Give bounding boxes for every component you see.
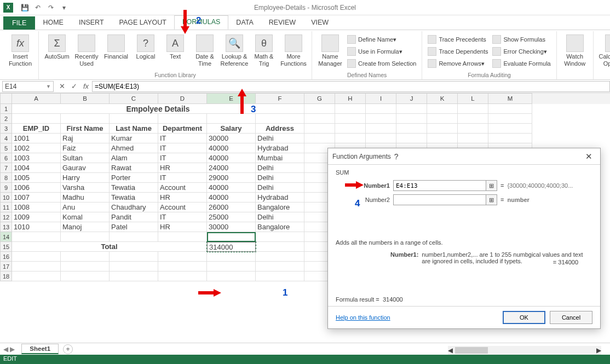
cell-C18[interactable] [110,271,158,281]
col-header-A[interactable]: A [12,93,61,104]
cell-F17[interactable] [256,262,304,271]
cell-D3[interactable]: Department [158,124,207,134]
formula-input[interactable] [92,81,610,92]
lookup-reference-button[interactable]: 🔍Lookup & Reference [220,33,249,72]
row-header-15[interactable]: 15 [0,242,12,252]
enter-formula-icon[interactable]: ✓ [68,82,80,90]
cell-E10[interactable]: 40000 [207,193,256,203]
cell-C6[interactable]: Alam [110,153,158,163]
cell-B11[interactable]: Anu [61,203,110,212]
autosum-button[interactable]: ΣAutoSum [42,33,72,72]
arg2-input[interactable] [393,194,486,205]
cell-D9[interactable]: Account [158,183,207,193]
cell-C10[interactable]: Tewatia [110,193,158,203]
qat-dropdown-icon[interactable]: ▾ [58,2,70,14]
cell-C12[interactable]: Pandit [110,212,158,222]
cell-E14[interactable] [207,232,256,242]
cell-M3[interactable] [488,124,532,134]
create-from-selection-button[interactable]: Create from Selection [345,57,418,70]
col-header-H[interactable]: H [335,93,366,104]
cell-G2[interactable] [304,114,335,124]
cell-H3[interactable] [335,124,366,134]
cell-E3[interactable]: Salary [207,124,256,134]
cell-A14[interactable] [12,232,61,242]
row-header-3[interactable]: 3 [0,124,12,134]
tab-formulas[interactable]: FORMULAS [174,15,228,30]
cell-F8[interactable]: Delhi [256,173,304,183]
cell-A16[interactable] [12,252,61,262]
close-icon[interactable]: ✕ [582,152,596,161]
row-header-7[interactable]: 7 [0,163,12,173]
row-header-16[interactable]: 16 [0,252,12,262]
cell-C2[interactable] [110,114,158,124]
cell-B9[interactable]: Varsha [61,183,110,193]
col-header-E[interactable]: E [207,93,256,104]
cell-I2[interactable] [366,114,396,124]
col-header-B[interactable]: B [61,93,110,104]
row-header-17[interactable]: 17 [0,262,12,271]
cell-D11[interactable]: Account [158,203,207,212]
cell-F16[interactable] [256,252,304,262]
cell-C9[interactable]: Tewatia [110,183,158,193]
cell-A1[interactable]: Empolyee Details [12,104,304,114]
cell-M2[interactable] [488,114,532,124]
cell-A12[interactable]: 1009 [12,212,61,222]
cell-B14[interactable] [61,232,110,242]
cell-C14[interactable] [110,232,158,242]
cell-J1[interactable] [396,104,427,114]
cell-B4[interactable]: Raj [61,134,110,143]
cell-F5[interactable]: Hydrabad [256,143,304,153]
cell-F14[interactable] [256,232,304,242]
col-header-M[interactable]: M [488,93,532,104]
cell-D14[interactable] [158,232,207,242]
fx-icon[interactable]: fx [80,82,92,90]
cell-B10[interactable]: Madhu [61,193,110,203]
cell-B8[interactable]: Harry [61,173,110,183]
cell-K1[interactable] [427,104,458,114]
col-header-C[interactable]: C [110,93,158,104]
row-header-8[interactable]: 8 [0,173,12,183]
tab-view[interactable]: VIEW [303,16,336,30]
cell-F12[interactable]: Delhi [256,212,304,222]
cell-D13[interactable]: HR [158,222,207,232]
cell-B12[interactable]: Komal [61,212,110,222]
namebox-dropdown-icon[interactable]: ▼ [46,84,51,89]
cell-J4[interactable] [396,134,427,143]
cell-F11[interactable]: Bangalore [256,203,304,212]
col-header-D[interactable]: D [158,93,207,104]
cell-B5[interactable]: Faiz [61,143,110,153]
watch-window-button[interactable]: Watch Window [560,33,590,72]
cell-M4[interactable] [488,134,532,143]
cell-K4[interactable] [427,134,458,143]
cell-C17[interactable] [110,262,158,271]
cell-L4[interactable] [458,134,488,143]
cell-D17[interactable] [158,262,207,271]
cell-F13[interactable]: Bangalore [256,222,304,232]
cell-B3[interactable]: First Name [61,124,110,134]
cell-A6[interactable]: 1003 [12,153,61,163]
dialog-title-bar[interactable]: Function Arguments ? ✕ [328,148,600,165]
cell-D16[interactable] [158,252,207,262]
more-functions-button[interactable]: More Functions [279,33,308,72]
col-header-L[interactable]: L [458,93,488,104]
row-header-14[interactable]: 14 [0,232,12,242]
text-button[interactable]: AText [160,33,190,72]
name-box[interactable]: E14▼ [2,81,54,92]
cell-A2[interactable] [12,114,61,124]
cell-I3[interactable] [366,124,396,134]
cell-B16[interactable] [61,252,110,262]
use-in-formula-button[interactable]: Use in Formula ▾ [345,45,418,57]
col-header-I[interactable]: I [366,93,396,104]
cell-C16[interactable] [110,252,158,262]
arg1-input[interactable] [393,180,486,191]
tab-review[interactable]: REVIEW [261,16,303,30]
cell-E12[interactable]: 25000 [207,212,256,222]
col-header-F[interactable]: F [256,93,304,104]
tab-insert[interactable]: INSERT [71,16,112,30]
cell-E16[interactable] [207,252,256,262]
row-header-2[interactable]: 2 [0,114,12,124]
row-header-18[interactable]: 18 [0,271,12,281]
save-icon[interactable]: 💾 [19,2,31,14]
row-header-12[interactable]: 12 [0,212,12,222]
financial-button[interactable]: Financial [101,33,131,72]
